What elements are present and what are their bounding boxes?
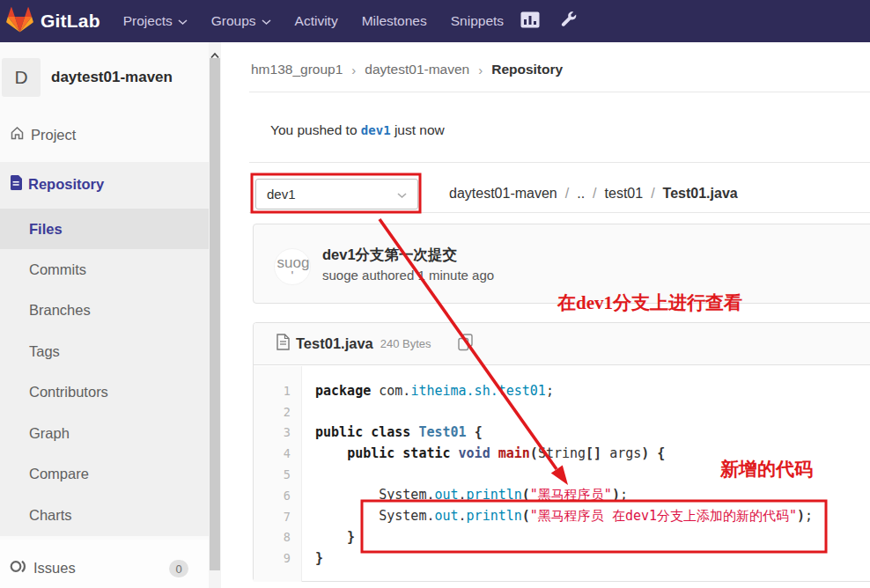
chevron-down-icon <box>397 187 407 202</box>
sidebar-project-header: D daytest01-maven <box>0 56 209 99</box>
breadcrumb-item[interactable]: hm138_group1 <box>251 62 343 77</box>
code-line-text: public static void main(String[] args) { <box>302 445 665 461</box>
gitlab-brand-name: GitLab <box>41 11 100 32</box>
home-icon <box>10 126 25 143</box>
file-icon <box>276 334 290 354</box>
divider <box>249 212 870 213</box>
nav-item-label: Milestones <box>362 13 427 29</box>
code-line: 9} <box>254 548 870 569</box>
gitlab-repository-page: GitLab ProjectsGroupsActivityMilestonesS… <box>0 0 870 588</box>
code-line: 3public class Test01 { <box>254 423 870 444</box>
document-icon <box>10 175 22 194</box>
file-viewer-header: Test01.java 240 Bytes <box>254 323 870 365</box>
sidebar-item-contributors[interactable]: Contributors <box>0 372 209 413</box>
commit-title[interactable]: dev1分支第一次提交 <box>322 246 457 265</box>
divider <box>249 92 870 92</box>
nav-item-groups[interactable]: Groups <box>211 13 271 29</box>
line-number[interactable]: 4 <box>254 446 302 460</box>
breadcrumb-item[interactable]: daytest01-maven <box>365 62 469 77</box>
code-line: 5 <box>254 464 870 485</box>
top-navbar: GitLab ProjectsGroupsActivityMilestonesS… <box>0 0 870 42</box>
breadcrumb-item[interactable]: Repository <box>491 62 563 77</box>
line-number[interactable]: 8 <box>254 530 302 544</box>
sidebar-item-branches[interactable]: Branches <box>0 290 209 331</box>
sidebar-item-commits[interactable]: Commits <box>0 249 209 290</box>
branch-ref-link[interactable]: dev1 <box>361 123 391 137</box>
chevron-down-icon <box>262 13 271 29</box>
code-line: 8 } <box>254 527 870 548</box>
code-line-text: public class Test01 { <box>302 424 483 440</box>
code-line: 6 System.out.println("黑马程序员"); <box>254 485 870 506</box>
breadcrumb-item[interactable]: daytest01-maven <box>449 186 557 202</box>
code-line: 4 public static void main(String[] args)… <box>254 443 870 464</box>
wrench-icon[interactable] <box>561 11 577 31</box>
charts-icon[interactable] <box>520 11 540 32</box>
scrollbar-thumb[interactable] <box>210 58 220 570</box>
nav-links: ProjectsGroupsActivityMilestonesSnippets <box>123 13 527 29</box>
gitlab-brand[interactable]: GitLab <box>6 6 100 36</box>
code-content: 1package com.itheima.sh.test01;23public … <box>254 366 870 569</box>
issues-count-badge: 0 <box>169 560 188 577</box>
code-line: 2 <box>254 401 870 423</box>
file-size: 240 Bytes <box>380 337 431 350</box>
last-commit-card: suog ' dev1分支第一次提交 suoge authored 1 minu… <box>253 224 870 304</box>
breadcrumb: hm138_group1›daytest01-maven›Repository <box>251 60 563 79</box>
sidebar-item-repository[interactable]: Repository <box>0 164 209 204</box>
code-line-text: package com.itheima.sh.test01; <box>302 383 554 399</box>
sidebar-item-label: Issues <box>33 560 76 577</box>
line-number[interactable]: 7 <box>254 510 302 524</box>
nav-icons <box>520 11 577 32</box>
line-number[interactable]: 2 <box>254 405 302 419</box>
chevron-down-icon <box>178 13 188 29</box>
push-notice-prefix: You pushed to <box>270 122 361 137</box>
gitlab-logo-icon <box>6 6 33 36</box>
nav-item-snippets[interactable]: Snippets <box>451 13 504 29</box>
branch-selector-dropdown[interactable]: dev1 <box>255 179 418 209</box>
nav-item-activity[interactable]: Activity <box>295 13 338 29</box>
copy-icon[interactable] <box>458 334 473 355</box>
file-name: Test01.java <box>296 335 373 352</box>
sidebar-item-tags[interactable]: Tags <box>0 331 209 371</box>
line-number[interactable]: 6 <box>254 489 302 503</box>
sidebar-item-compare[interactable]: Compare <box>0 454 209 495</box>
sidebar-item-graph[interactable]: Graph <box>0 413 209 453</box>
commit-author-avatar[interactable]: suog ' <box>274 248 311 285</box>
breadcrumb-separator: › <box>478 62 483 77</box>
line-number[interactable]: 1 <box>254 384 302 398</box>
sidebar: D daytest01-maven Project Repository Fil… <box>0 42 209 588</box>
branch-selector-value: dev1 <box>267 187 296 202</box>
sidebar-scrollbar[interactable] <box>209 42 221 588</box>
sidebar-item-project[interactable]: Project <box>0 114 209 155</box>
line-number[interactable]: 5 <box>254 467 302 481</box>
nav-item-milestones[interactable]: Milestones <box>362 13 427 29</box>
issues-icon <box>10 559 27 577</box>
code-line-text: } <box>302 529 355 545</box>
breadcrumb-separator: › <box>351 62 356 77</box>
line-number[interactable]: 9 <box>254 551 302 565</box>
breadcrumb-item[interactable]: .. <box>577 186 585 202</box>
nav-item-projects[interactable]: Projects <box>123 13 188 29</box>
file-path-breadcrumb: daytest01-maven/../test01/Test01.java <box>449 183 738 204</box>
push-notice-suffix: just now <box>391 122 445 137</box>
code-line-text: System.out.println("黑马程序员 在dev1分支上添加的新的代… <box>302 508 813 525</box>
line-number[interactable]: 3 <box>254 425 302 439</box>
nav-item-label: Groups <box>211 13 256 29</box>
sidebar-item-label: Project <box>31 127 76 143</box>
path-separator: / <box>651 186 654 202</box>
code-line: 1package com.itheima.sh.test01; <box>254 380 870 401</box>
sidebar-item-charts[interactable]: Charts <box>0 495 209 535</box>
path-separator: / <box>565 186 569 202</box>
code-line-text: } <box>302 550 323 566</box>
code-line: 7 System.out.println("黑马程序员 在dev1分支上添加的新… <box>254 506 870 527</box>
sidebar-item-label: Repository <box>28 176 104 193</box>
nav-item-label: Projects <box>123 13 173 29</box>
code-line-text: System.out.println("黑马程序员"); <box>302 487 628 503</box>
breadcrumb-item[interactable]: Test01.java <box>663 186 738 202</box>
path-separator: / <box>593 186 596 202</box>
project-avatar[interactable]: D <box>2 58 41 97</box>
file-viewer: Test01.java 240 Bytes 1package com.ithei… <box>253 322 870 582</box>
nav-item-label: Snippets <box>451 13 504 29</box>
divider <box>249 162 870 163</box>
sidebar-item-files[interactable]: Files <box>0 209 209 249</box>
breadcrumb-item[interactable]: test01 <box>605 186 644 202</box>
